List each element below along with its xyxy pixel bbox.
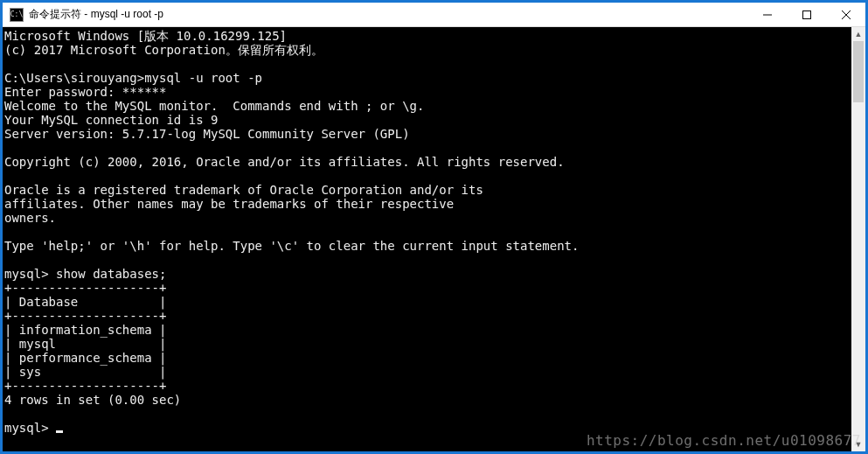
scroll-up-arrow[interactable]: ▲: [851, 27, 865, 41]
minimize-button[interactable]: [747, 3, 787, 27]
window-frame: C:\ 命令提示符 - mysql -u root -p Microsoft W…: [3, 3, 865, 451]
close-button[interactable]: [826, 3, 865, 27]
cursor: [56, 430, 63, 433]
scrollbar[interactable]: ▲ ▼: [851, 27, 865, 451]
terminal-area: Microsoft Windows [版本 10.0.16299.125] (c…: [3, 27, 865, 451]
svg-rect-1: [802, 10, 810, 18]
maximize-button[interactable]: [787, 3, 826, 27]
titlebar[interactable]: C:\ 命令提示符 - mysql -u root -p: [3, 3, 865, 27]
window-title: 命令提示符 - mysql -u root -p: [29, 7, 163, 22]
cmd-icon: C:\: [10, 8, 24, 22]
terminal-output[interactable]: Microsoft Windows [版本 10.0.16299.125] (c…: [3, 27, 851, 451]
scroll-thumb[interactable]: [853, 41, 864, 102]
scroll-down-arrow[interactable]: ▼: [851, 437, 865, 451]
